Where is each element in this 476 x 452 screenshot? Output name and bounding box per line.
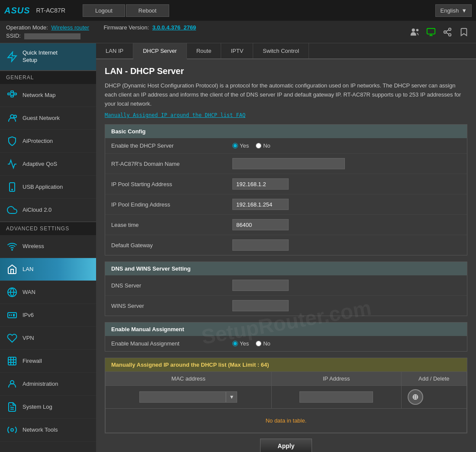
input-default-gateway[interactable] <box>232 239 289 251</box>
field-ip-pool-start: IP Pool Starting Address <box>105 174 467 194</box>
label-lease-time: Lease time <box>111 222 232 228</box>
svg-line-8 <box>446 32 449 34</box>
share-icon <box>441 26 453 38</box>
usb-application-icon <box>6 181 18 193</box>
radio-input-yes-dhcp[interactable] <box>232 143 238 149</box>
col-ip-address: IP Address <box>271 372 401 386</box>
apply-row: Apply <box>105 433 467 452</box>
value-ip-pool-start <box>232 178 461 190</box>
svg-rect-11 <box>8 93 10 95</box>
sidebar-item-lan[interactable]: LAN <box>0 258 96 281</box>
aiprotection-icon <box>6 135 18 147</box>
logo-asus: ASUS <box>4 6 30 16</box>
tab-bar: LAN IP DHCP Server Route IPTV Switch Con… <box>96 43 476 59</box>
svg-line-16 <box>13 92 14 94</box>
logo-model: RT-AC87R <box>36 7 65 14</box>
label-domain-name: RT-AC87R's Domain Name <box>111 161 232 167</box>
infobar: Operation Mode: Wireless router Firmware… <box>0 21 476 43</box>
mac-address-input[interactable] <box>139 391 226 403</box>
infobar-icons <box>408 26 470 38</box>
sidebar-item-aicloud[interactable]: AiCloud 2.0 <box>0 199 96 222</box>
op-mode-value[interactable]: Wireless router <box>51 24 89 31</box>
language-selector[interactable]: English ▼ <box>435 4 472 17</box>
mac-dropdown-btn[interactable]: ▼ <box>226 391 237 403</box>
ssid-label: SSID: <box>6 32 21 39</box>
network-tools-icon <box>6 424 18 436</box>
dhcp-input-row: ▼ ⊕ <box>106 386 467 409</box>
sidebar-item-quick-setup[interactable]: Quick InternetSetup <box>0 43 96 71</box>
sidebar-label-guest-network: Guest Network <box>23 115 60 121</box>
dropdown-arrow-icon: ▼ <box>229 394 235 400</box>
label-ip-pool-start: IP Pool Starting Address <box>111 181 232 187</box>
radio-yes-manual[interactable]: Yes <box>232 340 249 347</box>
radio-input-no-manual[interactable] <box>256 341 261 346</box>
sidebar-item-system-log[interactable]: System Log <box>0 396 96 419</box>
sidebar-item-guest-network[interactable]: Guest Network <box>0 107 96 130</box>
svg-line-17 <box>13 94 14 96</box>
value-ip-pool-end <box>232 199 461 210</box>
svg-point-7 <box>449 33 451 36</box>
cell-mac-input: ▼ <box>106 386 272 409</box>
value-dns-server <box>232 280 461 291</box>
add-entry-button[interactable]: ⊕ <box>408 389 423 405</box>
page-content: SetupRouter.com LAN - DHCP Server DHCP (… <box>96 59 476 452</box>
sidebar-item-network-map[interactable]: Network Map <box>0 84 96 107</box>
tab-dhcp-server[interactable]: DHCP Server <box>133 43 187 59</box>
adaptive-qos-icon <box>6 158 18 170</box>
sidebar-item-usb-application[interactable]: USB Application <box>0 176 96 199</box>
input-domain-name[interactable] <box>232 158 345 169</box>
radio-no-manual[interactable]: No <box>256 340 270 347</box>
ip-address-input[interactable] <box>299 391 373 403</box>
sidebar-item-aiprotection[interactable]: AiProtection <box>0 130 96 153</box>
section-dns-wins: DNS and WINS Server Setting DNS Server W… <box>105 262 467 316</box>
fw-value[interactable]: 3.0.0.4.376_2769 <box>152 24 196 31</box>
label-enable-dhcp: Enable the DHCP Server <box>111 142 232 149</box>
svg-rect-13 <box>11 95 13 97</box>
sidebar-item-administration[interactable]: Administration <box>0 373 96 396</box>
tab-lan-ip[interactable]: LAN IP <box>96 43 133 58</box>
field-wins-server: WINS Server <box>105 296 467 316</box>
col-mac-address: MAC address <box>106 372 272 386</box>
sidebar-item-adaptive-qos[interactable]: Adaptive QoS <box>0 153 96 176</box>
svg-rect-14 <box>14 93 16 95</box>
value-enable-manual: Yes No <box>232 340 461 347</box>
content-area: LAN IP DHCP Server Route IPTV Switch Con… <box>96 43 476 452</box>
value-lease-time <box>232 219 461 230</box>
sidebar-item-vpn[interactable]: VPN <box>0 327 96 350</box>
radio-input-no-dhcp[interactable] <box>256 143 261 149</box>
sidebar-label-wireless: Wireless <box>23 243 44 249</box>
topbar: ASUS RT-AC87R Logout Reboot English ▼ <box>0 0 476 21</box>
input-wins-server[interactable] <box>232 300 289 311</box>
section-manual-assignment-header: Enable Manual Assignment <box>105 323 467 336</box>
sidebar-label-adaptive-qos: Adaptive QoS <box>23 161 57 167</box>
quick-setup-label: Quick InternetSetup <box>23 49 58 64</box>
svg-point-1 <box>416 29 419 31</box>
logout-button[interactable]: Logout <box>83 4 125 17</box>
radio-input-yes-manual[interactable] <box>232 341 238 346</box>
input-dns-server[interactable] <box>232 280 289 291</box>
tab-switch-control[interactable]: Switch Control <box>253 43 309 58</box>
page-description: DHCP (Dynamic Host Configuration Protoco… <box>105 81 467 108</box>
radio-no-dhcp[interactable]: No <box>256 142 270 149</box>
label-enable-manual: Enable Manual Assignment <box>111 340 232 347</box>
sidebar-item-network-tools[interactable]: Network Tools <box>0 419 96 442</box>
input-ip-pool-end[interactable] <box>232 199 289 210</box>
input-ip-pool-start[interactable] <box>232 178 289 190</box>
radio-yes-dhcp[interactable]: Yes <box>232 142 249 149</box>
faq-link[interactable]: Manually Assigned IP around the DHCP lis… <box>105 112 245 118</box>
tab-iptv[interactable]: IPTV <box>221 43 253 58</box>
vpn-icon <box>6 332 18 344</box>
sidebar-label-lan: LAN <box>23 266 33 272</box>
apply-button[interactable]: Apply <box>260 439 312 452</box>
network-map-icon <box>6 89 18 101</box>
sidebar-item-wireless[interactable]: Wireless <box>0 235 96 258</box>
sidebar-item-wan[interactable]: WAN <box>0 281 96 304</box>
lan-icon <box>6 263 18 275</box>
sidebar-item-firewall[interactable]: Firewall <box>0 350 96 373</box>
sidebar-item-ipv6[interactable]: IPv6 <box>0 304 96 327</box>
section-general: General <box>0 71 96 84</box>
tab-route[interactable]: Route <box>187 43 222 58</box>
reboot-button[interactable]: Reboot <box>126 4 169 17</box>
value-default-gateway <box>232 239 461 251</box>
input-lease-time[interactable] <box>232 219 289 230</box>
